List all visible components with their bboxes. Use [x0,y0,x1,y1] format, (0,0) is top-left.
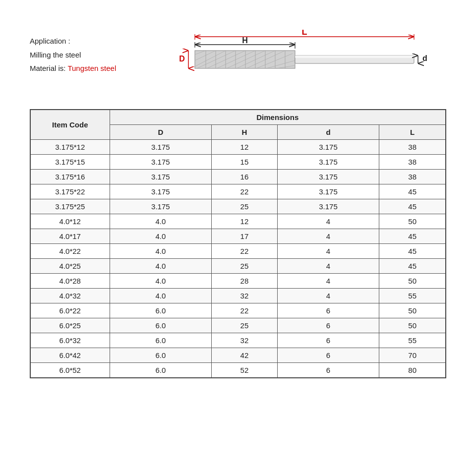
table-row: 3.175*253.175253.17545 [30,199,446,214]
item-code-cell: 6.0*52 [30,363,110,378]
dimension-cell: 6 [277,348,379,363]
dimension-cell: 3.175 [277,199,379,214]
item-code-cell: 4.0*25 [30,259,110,274]
dimension-cell: 6 [277,363,379,378]
dimension-cell: 3.175 [277,140,379,155]
svg-text:D: D [179,55,185,63]
dimension-cell: 42 [212,348,277,363]
dimension-cell: 45 [379,229,446,244]
item-code-cell: 6.0*25 [30,318,110,333]
dimension-cell: 6.0 [110,303,212,318]
table-row: 4.0*224.022445 [30,244,446,259]
dimension-cell: 22 [212,303,277,318]
dimension-cell: 3.175 [110,184,212,199]
dimension-cell: 6 [277,318,379,333]
item-code-cell: 4.0*12 [30,214,110,229]
dimensions-table: Item Code Dimensions D H d L 3.175*123.1… [30,109,446,378]
item-code-cell: 6.0*42 [30,348,110,363]
dimension-cell: 70 [379,348,446,363]
dimension-cell: 15 [212,155,277,170]
dimension-cell: 4.0 [110,229,212,244]
item-code-cell: 6.0*32 [30,333,110,348]
table-row: 4.0*324.032455 [30,289,446,303]
dimension-cell: 6.0 [110,348,212,363]
item-code-cell: 4.0*17 [30,229,110,244]
dimension-cell: 4 [277,259,379,274]
dimension-cell: 3.175 [110,170,212,184]
item-code-cell: 4.0*22 [30,244,110,259]
item-code-cell: 3.175*15 [30,155,110,170]
tool-diagram: L H [144,30,446,99]
dimension-cell: 55 [379,289,446,303]
item-code-cell: 4.0*32 [30,289,110,303]
dimension-cell: 6.0 [110,318,212,333]
dimension-cell: 22 [212,184,277,199]
dimension-cell: 50 [379,318,446,333]
sub-header-d: d [277,125,379,140]
svg-text:H: H [242,36,248,45]
dimension-cell: 50 [379,274,446,289]
dimension-cell: 3.175 [277,170,379,184]
dimension-cell: 3.175 [277,184,379,199]
dimension-cell: 32 [212,333,277,348]
page-container: Application : Milling the steel Material… [0,0,476,476]
dimension-cell: 45 [379,199,446,214]
sub-header-H: H [212,125,277,140]
dimension-cell: 28 [212,274,277,289]
dimension-cell: 4.0 [110,274,212,289]
dimension-cell: 25 [212,199,277,214]
dimension-cell: 4 [277,289,379,303]
dimension-cell: 55 [379,333,446,348]
material-label: Material is: [30,64,67,72]
col-header-dimensions: Dimensions [110,110,446,125]
dimension-cell: 4 [277,214,379,229]
dimension-cell: 6 [277,303,379,318]
dimension-cell: 12 [212,214,277,229]
dimension-cell: 52 [212,363,277,378]
dimension-cell: 3.175 [110,155,212,170]
table-row: 4.0*284.028450 [30,274,446,289]
item-code-cell: 3.175*12 [30,140,110,155]
dimension-cell: 16 [212,170,277,184]
item-code-cell: 3.175*25 [30,199,110,214]
item-code-cell: 3.175*16 [30,170,110,184]
material-value: Tungsten steel [67,64,116,72]
dimension-cell: 3.175 [110,199,212,214]
app-info: Application : Milling the steel Material… [30,30,134,75]
table-row: 6.0*226.022650 [30,303,446,318]
dimension-cell: 50 [379,303,446,318]
table-row: 3.175*153.175153.17538 [30,155,446,170]
item-code-cell: 6.0*22 [30,303,110,318]
dimension-cell: 45 [379,259,446,274]
dimension-cell: 45 [379,184,446,199]
dimension-cell: 3.175 [110,140,212,155]
diagram-container: L H [144,30,446,99]
dimension-cell: 6 [277,333,379,348]
sub-header-L: L [379,125,446,140]
item-code-cell: 3.175*22 [30,184,110,199]
dimension-cell: 25 [212,318,277,333]
table-row: 4.0*124.012450 [30,214,446,229]
dimension-cell: 45 [379,244,446,259]
dimension-cell: 38 [379,140,446,155]
material-line: Material is: Tungsten steel [30,62,134,75]
sub-header-D: D [110,125,212,140]
dimension-cell: 25 [212,259,277,274]
table-row: 6.0*326.032655 [30,333,446,348]
dimension-cell: 4.0 [110,259,212,274]
dimension-cell: 4.0 [110,244,212,259]
table-row: 4.0*174.017445 [30,229,446,244]
dimension-cell: 4.0 [110,214,212,229]
item-code-cell: 4.0*28 [30,274,110,289]
top-section: Application : Milling the steel Material… [30,15,446,99]
col-header-item-code: Item Code [30,110,110,140]
table-row: 3.175*163.175163.17538 [30,170,446,184]
header-row-1: Item Code Dimensions [30,110,446,125]
dimension-cell: 50 [379,214,446,229]
dimension-cell: 38 [379,170,446,184]
table-row: 3.175*223.175223.17545 [30,184,446,199]
table-row: 6.0*526.052680 [30,363,446,378]
dimension-cell: 4 [277,229,379,244]
dimension-cell: 3.175 [277,155,379,170]
table-row: 4.0*254.025445 [30,259,446,274]
